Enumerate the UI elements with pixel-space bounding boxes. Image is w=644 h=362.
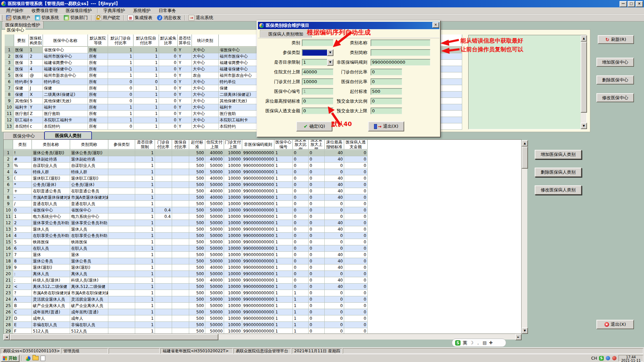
table-cell[interactable]: 大中心 [192,111,219,117]
dialog-tab-add-patient-category[interactable]: 医保病人类别增加 [260,30,312,38]
table-cell[interactable]: 10000 [224,194,242,201]
table-cell[interactable]: 990000000000 [242,220,274,226]
table-row[interactable]: 6*公务员(退休)公务员(退休)150050000100009900000000… [4,182,368,188]
table-cell[interactable] [155,201,172,207]
table-cell[interactable] [172,169,189,175]
table-cell[interactable] [172,150,189,156]
table-cell[interactable]: 0 [159,104,178,111]
table-cell[interactable]: 50000 [205,328,224,334]
table-cell[interactable]: 29 [4,328,13,334]
table-cell[interactable] [108,220,135,226]
table-cell[interactable]: 1 [133,98,159,104]
table-cell[interactable]: 9 [29,79,43,85]
table-cell[interactable]: 1 [274,201,293,207]
table-row[interactable]: 199退休(退职)退休(退职)1500400001000099000000000… [4,264,368,271]
table-cell[interactable]: 0 [325,271,344,277]
table-cell[interactable]: 500 [189,163,205,169]
table-cell[interactable]: 0 [159,123,178,130]
quicklaunch-app-icon[interactable] [25,356,31,361]
scroll-down-icon[interactable]: ▼ [522,327,528,334]
table-cell[interactable]: 0 [293,277,309,284]
table-cell[interactable] [108,194,135,201]
table-cell[interactable]: 25 [4,303,13,309]
table-cell[interactable]: 所有 [88,53,108,60]
table-cell[interactable]: 0 [344,284,368,290]
table-cell[interactable]: 15 [4,239,13,245]
table-cell[interactable]: 1 [274,322,293,328]
table-cell[interactable] [155,245,172,252]
table-cell[interactable]: 0 [293,264,309,271]
table-cell[interactable]: 0 [309,201,325,207]
table-cell[interactable]: 40 [325,220,344,226]
table-cell[interactable] [172,175,189,182]
table-cell[interactable]: 27 [4,315,13,322]
table-cell[interactable]: 所有 [88,79,108,85]
table-cell[interactable]: 医保 [14,72,29,79]
table-cell[interactable]: 500 [189,315,205,322]
table-row[interactable]: 188退休公务员退休公务员150050000100009900000000001… [4,258,368,264]
table-cell[interactable]: 0 [293,220,309,226]
table-row[interactable]: 25B破产企业离休人员破产企业离休人员150050000100009900000… [4,303,368,309]
table-cell[interactable]: Y [178,104,192,111]
table-cell[interactable]: 0 [293,214,309,220]
table-cell[interactable]: 0 [108,92,133,98]
column-header[interactable]: 参保类型 [108,140,135,149]
table-row[interactable]: 9/普通在职人员普通在职人员15005000010000990000000000… [4,201,368,207]
table-cell[interactable]: 1 [135,252,155,258]
table-cell[interactable]: 40 [325,175,344,182]
table-cell[interactable]: 退休公务员(退职) [32,150,70,156]
table-cell[interactable]: 保健 [14,92,29,98]
table-cell[interactable]: 电力系统分中心 [70,214,108,220]
tray-red-icon[interactable] [612,356,616,360]
table-row[interactable]: 7+在职普通公务员在职普通公务员150040000100009900000000… [4,188,368,194]
table-cell[interactable]: 1 [135,245,155,252]
table-cell[interactable] [172,252,189,258]
table-cell[interactable]: 成年居民(普通) [70,309,108,315]
table-cell[interactable]: 1 [135,150,155,156]
table-cell[interactable] [172,303,189,309]
table-cell[interactable]: 0 [293,188,309,194]
table-cell[interactable] [172,220,189,226]
table-cell[interactable]: 50000 [205,239,224,245]
table-cell[interactable]: 0 [344,175,368,182]
table-cell[interactable]: 0 [344,163,368,169]
table-cell[interactable]: 退休公务员 [32,258,70,264]
table-cell[interactable]: 10000 [224,169,242,175]
table-cell[interactable] [155,315,172,322]
table-cell[interactable]: 4 [29,66,43,72]
table-cell[interactable] [108,290,135,296]
table-cell[interactable]: 6 [4,182,13,188]
table-cell[interactable]: 16 [4,245,13,252]
table-cell[interactable] [108,264,135,271]
column-header[interactable]: 默认减免比率 [159,35,178,47]
field-input[interactable]: 0 [371,69,402,75]
table-cell[interactable]: 0 [344,226,368,233]
table-cell[interactable]: 1 [274,226,293,233]
table-cell[interactable]: 1 [274,233,293,239]
table-cell[interactable]: 50000 [205,182,224,188]
table-cell[interactable]: 特约单位 [43,79,88,85]
table-cell[interactable] [155,284,172,290]
table-cell[interactable] [108,271,135,277]
table-cell[interactable] [172,207,189,214]
table-cell[interactable]: 0 [309,252,325,258]
table-cell[interactable]: 1 [274,214,293,220]
table-cell[interactable]: 退休公务员(退职) [70,150,108,156]
table-cell[interactable]: Y [178,98,192,104]
table-cell[interactable]: 50000 [205,309,224,315]
table-cell[interactable]: 铁路医保 [32,239,70,245]
table-cell[interactable]: 50000 [205,303,224,309]
table-cell[interactable]: 10000 [224,252,242,258]
maximize-button[interactable]: □ [628,1,635,7]
table-cell[interactable]: 0 [325,315,344,322]
table-cell[interactable]: 1 [135,226,155,233]
table-cell[interactable]: 1 [108,111,133,117]
table-cell[interactable]: 0 [159,60,178,66]
table-cell[interactable] [172,226,189,233]
table-cell[interactable]: 2 [29,53,43,60]
table-cell[interactable]: 0 [309,175,325,182]
table-cell[interactable]: 0 [159,85,178,92]
table-cell[interactable]: 0 [344,303,368,309]
table-cell[interactable]: 0 [159,98,178,104]
table-cell[interactable]: 公务员(退休) [32,182,70,188]
